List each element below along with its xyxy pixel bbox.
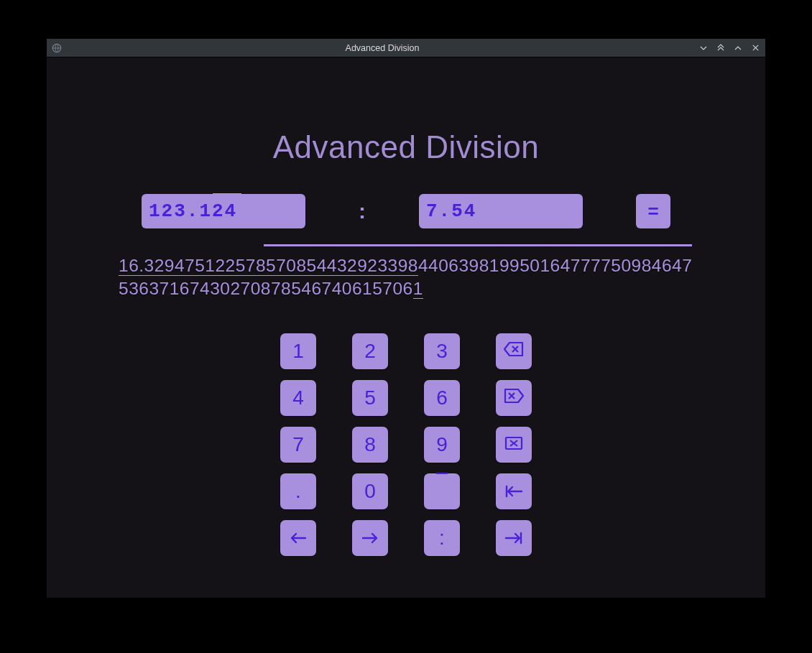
divisor-input[interactable]: 7.54: [419, 194, 583, 228]
key-4[interactable]: 4: [280, 380, 316, 416]
arrow-right-icon: [361, 527, 379, 550]
result-text: 16.3294751225785708544329233984406398199…: [119, 254, 693, 300]
window: Advanced Division Advanced Division 123.…: [47, 39, 765, 598]
window-title: Advanced Division: [67, 43, 698, 53]
key-5[interactable]: 5: [352, 380, 388, 416]
key-3[interactable]: 3: [424, 333, 460, 369]
key-colon[interactable]: :: [424, 520, 460, 556]
dividend-period-overline: [213, 193, 241, 195]
key-end[interactable]: [496, 520, 532, 556]
key-8[interactable]: 8: [352, 427, 388, 463]
input-row: 123.124 : 7.54 =: [119, 194, 693, 228]
key-overline[interactable]: [424, 473, 460, 509]
equals-button[interactable]: =: [636, 194, 670, 228]
dividend-input[interactable]: 123.124: [142, 194, 305, 228]
key-2[interactable]: 2: [352, 333, 388, 369]
result-selected: 16.329475122578570854432923398: [119, 256, 418, 276]
key-decimal[interactable]: .: [280, 473, 316, 509]
key-clear[interactable]: [496, 427, 532, 463]
key-7[interactable]: 7: [280, 427, 316, 463]
key-1[interactable]: 1: [280, 333, 316, 369]
window-restore-button[interactable]: [715, 42, 726, 54]
key-home[interactable]: [496, 473, 532, 509]
delete-icon: [503, 386, 525, 409]
clear-icon: [504, 433, 524, 456]
svg-rect-1: [506, 437, 522, 449]
key-delete[interactable]: [496, 380, 532, 416]
key-backspace[interactable]: [496, 333, 532, 369]
titlebar: Advanced Division: [47, 39, 765, 57]
division-separator: :: [359, 199, 366, 223]
backspace-icon: [503, 340, 525, 363]
key-9[interactable]: 9: [424, 427, 460, 463]
page-title: Advanced Division: [273, 129, 539, 165]
app-body: Advanced Division 123.124 : 7.54 = 16.32…: [47, 57, 765, 598]
arrow-bar-right-icon: [504, 527, 523, 550]
overline-icon: [436, 480, 448, 503]
arrow-left-icon: [289, 527, 308, 550]
window-maximize-button[interactable]: [732, 42, 744, 54]
key-6[interactable]: 6: [424, 380, 460, 416]
window-controls: [698, 42, 761, 54]
keypad: 1 2 3 4 5 6 7: [280, 333, 532, 556]
window-close-button[interactable]: [749, 42, 761, 54]
dividend-value: 123.124: [149, 200, 237, 222]
result-block: 16.3294751225785708544329233984406398199…: [119, 254, 693, 326]
key-left[interactable]: [280, 520, 316, 556]
key-0[interactable]: 0: [352, 473, 388, 509]
arrow-bar-left-icon: [504, 480, 523, 503]
divisor-value: 7.54: [426, 200, 476, 222]
window-minimize-button[interactable]: [698, 42, 709, 54]
key-right[interactable]: [352, 520, 388, 556]
result-period-overline: [264, 244, 692, 246]
app-icon: [51, 42, 63, 54]
